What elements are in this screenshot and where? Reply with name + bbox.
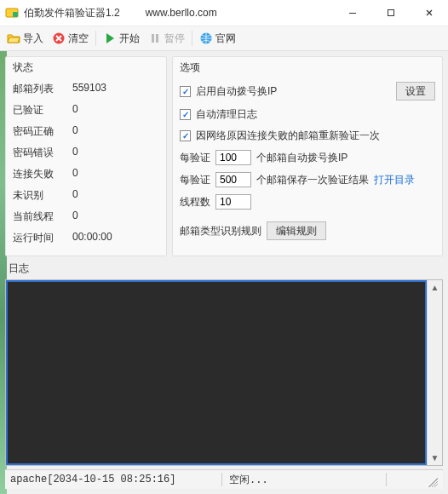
status-row-pw-bad: 密码错误 0 [13, 142, 159, 164]
svg-rect-3 [388, 10, 393, 16]
status-row-threads: 当前线程 0 [13, 206, 159, 227]
play-icon [103, 32, 117, 45]
resize-grip-icon[interactable] [426, 475, 438, 487]
option-save-count-row: 每验证 个邮箱保存一次验证结果 打开目录 [180, 169, 435, 191]
status-row-runtime: 运行时间 00:00:00 [13, 227, 159, 249]
thread-count-label: 线程数 [180, 195, 210, 210]
checkbox-auto-dial-label: 启用自动拨号换IP [196, 84, 277, 99]
status-row-pw-ok: 密码正确 0 [13, 121, 159, 142]
start-label: 开始 [119, 32, 140, 46]
import-button[interactable]: 导入 [3, 30, 47, 48]
status-row-mailbox-list: 邮箱列表 559103 [13, 78, 159, 100]
client-area: 状态 邮箱列表 559103 已验证 0 密码正确 0 密码错误 0 [0, 51, 448, 494]
toolbar: 导入 清空 开始 暂停 官网 [0, 26, 448, 51]
log-scrollbar[interactable]: ▲ ▼ [427, 280, 442, 465]
status-key: 运行时间 [13, 231, 72, 245]
checkbox-auto-clean-log-label: 自动清理日志 [196, 107, 257, 122]
statusbar-sep-1 [221, 473, 222, 486]
pause-label: 暂停 [164, 32, 185, 46]
status-key: 已验证 [13, 103, 72, 118]
globe-icon [199, 32, 213, 45]
thread-count-input[interactable] [215, 194, 251, 210]
toolbar-separator [95, 31, 96, 46]
checkbox-auto-clean-log[interactable]: ✓ [180, 109, 191, 120]
per-verify-label-2: 每验证 [180, 173, 210, 187]
log-textarea[interactable] [6, 280, 427, 465]
status-val: 0 [72, 146, 159, 160]
status-val: 0 [72, 167, 159, 181]
maximize-button[interactable] [371, 0, 410, 26]
settings-button[interactable]: 设置 [396, 82, 435, 101]
clear-button[interactable]: 清空 [49, 30, 92, 48]
option-dial-count-row: 每验证 个邮箱自动拨号换IP [180, 146, 435, 169]
svg-rect-1 [13, 12, 18, 17]
status-key: 密码正确 [13, 124, 72, 139]
save-suffix-label: 个邮箱保存一次验证结果 [256, 173, 369, 187]
status-panel-title: 状态 [13, 60, 159, 75]
status-val: 559103 [72, 82, 159, 96]
open-dir-link[interactable]: 打开目录 [374, 173, 415, 187]
status-key: 未识别 [13, 188, 72, 203]
statusbar-left: apache[2034-10-15 08:25:16] [10, 474, 215, 485]
window-title: 伯勤发件箱验证器1.2 [24, 6, 120, 20]
import-label: 导入 [23, 32, 43, 46]
statusbar-sep-2 [386, 473, 387, 486]
app-window: 伯勤发件箱验证器1.2 www.berllo.com 导入 清空 [0, 0, 448, 494]
option-thread-count-row: 线程数 [180, 191, 435, 213]
log-wrap: ▲ ▼ [5, 279, 443, 466]
options-panel: 选项 ✓ 启用自动拨号换IP 设置 ✓ 自动清理日志 ✓ 因网络原因连接失败的邮… [172, 56, 443, 256]
clear-label: 清空 [68, 32, 89, 46]
save-count-input[interactable] [215, 172, 251, 187]
per-verify-label-1: 每验证 [180, 151, 210, 165]
toolbar-separator-2 [192, 31, 192, 46]
rule-label: 邮箱类型识别规则 [180, 224, 261, 238]
start-button[interactable]: 开始 [100, 30, 143, 48]
status-row-verified: 已验证 0 [13, 100, 159, 121]
status-val: 0 [72, 103, 159, 118]
log-section: 日志 ▲ ▼ [5, 260, 443, 466]
option-auto-clean-log-row: ✓ 自动清理日志 [180, 104, 435, 125]
scroll-track[interactable] [428, 295, 442, 451]
top-panels: 状态 邮箱列表 559103 已验证 0 密码正确 0 密码错误 0 [5, 56, 443, 256]
status-panel: 状态 邮箱列表 559103 已验证 0 密码正确 0 密码错误 0 [5, 56, 167, 256]
status-val: 00:00:00 [72, 231, 159, 245]
clear-icon [52, 32, 66, 45]
dial-suffix-label: 个邮箱自动拨号换IP [256, 151, 347, 165]
options-panel-title: 选项 [180, 60, 435, 75]
option-retry-net-fail-row: ✓ 因网络原因连接失败的邮箱重新验证一次 [180, 125, 435, 146]
status-val: 0 [72, 188, 159, 203]
option-rule-row: 邮箱类型识别规则 编辑规则 [180, 218, 435, 244]
minimize-button[interactable] [333, 0, 371, 26]
status-key: 邮箱列表 [13, 82, 72, 96]
checkbox-auto-dial[interactable]: ✓ [180, 86, 191, 97]
svg-rect-6 [156, 34, 158, 43]
log-label: 日志 [5, 260, 443, 279]
svg-rect-2 [349, 13, 356, 14]
status-val: 0 [72, 210, 159, 224]
official-site-button[interactable]: 官网 [196, 30, 239, 48]
window-url: www.berllo.com [146, 7, 217, 19]
svg-rect-5 [152, 34, 154, 43]
app-icon [5, 6, 19, 20]
pause-icon [148, 32, 162, 45]
dial-count-input[interactable] [215, 150, 251, 165]
status-key: 连接失败 [13, 167, 72, 181]
checkbox-retry-net-fail-label: 因网络原因连接失败的邮箱重新验证一次 [196, 129, 380, 143]
official-site-label: 官网 [215, 32, 236, 46]
close-button[interactable] [410, 0, 448, 26]
status-val: 0 [72, 124, 159, 139]
titlebar: 伯勤发件箱验证器1.2 www.berllo.com [0, 0, 448, 26]
scroll-down-icon[interactable]: ▼ [428, 451, 442, 465]
edit-rule-button[interactable]: 编辑规则 [267, 221, 326, 240]
folder-open-icon [7, 32, 20, 45]
scroll-up-icon[interactable]: ▲ [428, 280, 442, 295]
pause-button[interactable]: 暂停 [145, 30, 188, 48]
option-auto-dial-row: ✓ 启用自动拨号换IP 设置 [180, 78, 435, 104]
checkbox-retry-net-fail[interactable]: ✓ [180, 130, 191, 141]
status-key: 密码错误 [13, 146, 72, 160]
window-controls [333, 0, 448, 26]
statusbar-mid: 空闲... [229, 473, 379, 487]
status-key: 当前线程 [13, 210, 72, 224]
status-row-unknown: 未识别 0 [13, 185, 159, 206]
statusbar: apache[2034-10-15 08:25:16] 空闲... [5, 469, 443, 489]
